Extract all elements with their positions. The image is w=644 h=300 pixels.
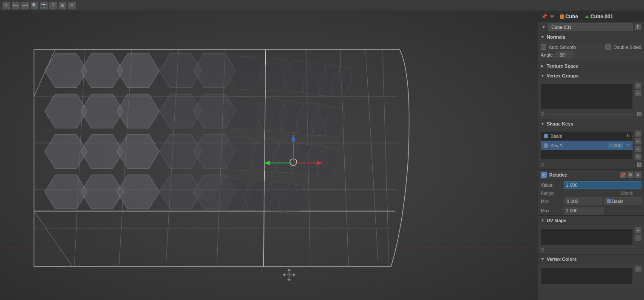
viewport[interactable]	[0, 11, 538, 300]
vertex-groups-content: + −	[538, 80, 644, 119]
uv-maps-arrow: ▼	[541, 218, 545, 223]
vertex-colors-options: ···	[637, 257, 641, 261]
fake-user-button[interactable]: F	[635, 24, 641, 30]
uv-maps-options: ···	[637, 219, 641, 223]
relative-pin-icon[interactable]: 📌	[619, 171, 626, 178]
blend-field[interactable]: Basis	[604, 197, 642, 205]
min-blend-row: Min: 0.000 Basis	[538, 197, 644, 206]
angle-field[interactable]: 30°	[556, 51, 573, 58]
sk-key1-eye[interactable]: 👁	[625, 143, 631, 149]
relative-icons: 📌 ⧉ ✕	[619, 171, 641, 178]
remove-shape-key-button[interactable]: −	[635, 138, 641, 145]
remove-uv-map-button[interactable]: −	[635, 234, 641, 241]
vertex-groups-list[interactable]	[541, 84, 633, 109]
add-vertex-color-button[interactable]: +	[635, 266, 641, 272]
vertex-colors-arrow: ▼	[541, 257, 545, 261]
shape-key-basis[interactable]: Basis 👁	[541, 131, 633, 141]
relative-copy-icon[interactable]: ⧉	[627, 171, 634, 178]
shape-keys-list: Basis 👁 Key 1 1.000 �	[541, 131, 633, 159]
shape-keys-content: Basis 👁 Key 1 1.000 �	[538, 129, 644, 169]
normals-options: ···	[637, 35, 641, 39]
panel-eye-icon[interactable]: 👁	[549, 13, 556, 20]
panel-pin-icon[interactable]: 📌	[541, 13, 548, 20]
min-field[interactable]: 0.000	[565, 197, 602, 205]
relative-checkbox[interactable]: ✓	[541, 172, 547, 178]
double-sided-label: Double Sided	[613, 45, 641, 50]
texture-space-arrow: ▶	[541, 64, 545, 68]
uv-maps-section: ▼ UV Maps ··· + −	[538, 216, 644, 254]
relative-label: Relative	[549, 172, 617, 177]
shape-keys-options: ···	[637, 122, 641, 126]
add-uv-map-button[interactable]: +	[635, 227, 641, 234]
vertex-groups-section: ▼ Vertex Groups ··· + −	[538, 71, 644, 119]
move-shape-key-up-button[interactable]: ▲	[635, 146, 641, 152]
toolbar-icon-search[interactable]: 🔍	[31, 2, 38, 9]
uv-maps-header[interactable]: ▼ UV Maps ···	[538, 216, 644, 225]
shape-keys-arrow: ▼	[541, 122, 545, 126]
blend-col-label: Blend:	[621, 191, 633, 196]
shape-keys-header[interactable]: ▼ Shape Keys ···	[538, 119, 644, 129]
vertex-colors-header[interactable]: ▼ Vertex Colors ···	[538, 254, 644, 264]
toolbar-icon-menu[interactable]: ≡	[3, 2, 10, 9]
shape-key-key1[interactable]: Key 1 1.000 👁	[541, 141, 633, 150]
vertex-groups-buttons	[541, 111, 641, 117]
relative-row: ✓ Relative 📌 ⧉ ✕	[538, 170, 644, 180]
toolbar-icon-close[interactable]: ✕	[68, 2, 76, 9]
datablock-filter-icon[interactable]: ▼	[541, 24, 547, 30]
object-name: Cube	[565, 14, 578, 20]
normals-header[interactable]: ▼ Normals ···	[538, 32, 644, 42]
breadcrumb-object[interactable]: Cube	[557, 13, 581, 20]
shape-keys-section: ▼ Shape Keys ··· Basis	[538, 119, 644, 170]
uv-maps-list[interactable]	[541, 229, 633, 246]
normals-title: Normals	[547, 34, 635, 40]
move-shape-key-down-button[interactable]: ▼	[635, 153, 641, 160]
add-shape-key-button[interactable]: +	[635, 130, 641, 137]
toolbar-icon-render[interactable]: 📷	[40, 2, 48, 9]
right-panel: 📌 👁 Cube Cube.001 ▼ Cube.001	[538, 11, 644, 300]
vertex-groups-title: Vertex Groups	[547, 73, 635, 78]
uv-circle-icon	[541, 248, 544, 251]
max-label: Max:	[541, 208, 562, 213]
double-sided-checkbox[interactable]	[605, 44, 611, 50]
normals-section: ▼ Normals ··· Auto Smooth Double Sided A…	[538, 32, 644, 61]
min-label: Min:	[541, 199, 562, 204]
datablock-name-field[interactable]: Cube.001	[548, 23, 633, 31]
breadcrumb-mesh[interactable]: Cube.001	[582, 13, 616, 20]
sk-basis-eye[interactable]: 👁	[625, 133, 631, 139]
uv-maps-buttons	[541, 247, 641, 252]
main-content: 📌 👁 Cube Cube.001 ▼ Cube.001	[0, 11, 644, 300]
sk-dash	[548, 165, 634, 165]
texture-space-options: ···	[637, 64, 641, 68]
shape-keys-title: Shape Keys	[547, 121, 635, 126]
uv-dash	[548, 250, 640, 250]
sk-circle-icon	[541, 163, 544, 166]
angle-label: Angle:	[541, 52, 554, 57]
value-row: Value: 1.000	[538, 180, 644, 190]
value-field[interactable]: 1.000	[564, 181, 641, 189]
sk-key1-icon	[543, 143, 549, 149]
auto-smooth-checkbox[interactable]	[541, 44, 546, 50]
sk-basis-icon	[543, 133, 549, 139]
top-toolbar: ≡ ⟵ ⟶ 🔍 📷 ? ⊞ ✕	[0, 0, 644, 11]
relative-close-icon[interactable]: ✕	[635, 171, 641, 178]
max-field[interactable]: 1.000	[564, 207, 604, 214]
texture-space-header[interactable]: ▶ Texture Space ···	[538, 61, 644, 71]
add-vertex-group-button[interactable]: +	[635, 82, 641, 89]
vertex-groups-header[interactable]: ▼ Vertex Groups ···	[538, 71, 644, 80]
vertex-colors-list[interactable]	[541, 267, 633, 284]
vertex-colors-content: +	[538, 264, 644, 288]
vg-dash	[548, 114, 634, 114]
toolbar-icon-undo[interactable]: ⟵	[12, 2, 20, 9]
vertex-colors-section: ▼ Vertex Colors ··· +	[538, 254, 644, 288]
toolbar-icon-redo[interactable]: ⟶	[21, 2, 29, 9]
object-breadcrumb: Cube Cube.001	[557, 13, 641, 20]
mesh-type-icon	[585, 15, 589, 18]
sk-bottom-buttons	[541, 162, 641, 168]
toolbar-icon-window[interactable]: ⊞	[59, 2, 66, 9]
object-type-icon	[560, 14, 564, 19]
datablock-row: ▼ Cube.001 F	[538, 22, 644, 32]
texture-space-section: ▶ Texture Space ···	[538, 61, 644, 71]
panel-header: 📌 👁 Cube Cube.001	[538, 11, 644, 22]
toolbar-icon-help[interactable]: ?	[49, 2, 57, 9]
remove-vertex-group-button[interactable]: −	[635, 90, 641, 97]
